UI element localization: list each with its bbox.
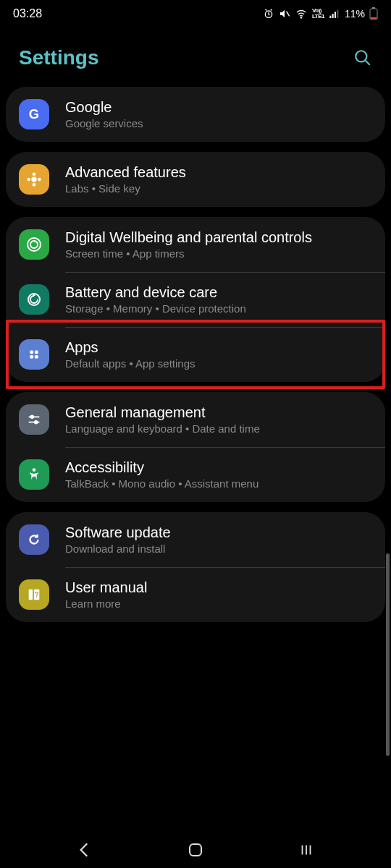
settings-item-advanced[interactable]: Advanced features Labs • Side key [6,152,385,207]
settings-item-software-update[interactable]: Software update Download and install [6,512,385,567]
svg-rect-33 [190,844,201,856]
status-time: 03:28 [13,7,42,20]
item-subtitle: Google services [65,117,143,129]
svg-text:G: G [29,106,39,122]
page-title: Settings [19,46,98,69]
settings-item-battery[interactable]: Battery and device care Storage • Memory… [6,272,385,327]
wifi-icon [295,8,308,20]
search-button[interactable] [353,48,372,67]
svg-point-23 [30,355,33,359]
update-icon [19,524,49,555]
settings-item-user-manual[interactable]: ? User manual Learn more [6,567,385,622]
svg-rect-3 [329,16,331,18]
item-subtitle: TalkBack • Mono audio • Assistant menu [65,477,258,490]
svg-point-10 [356,51,366,61]
svg-rect-5 [335,12,336,18]
settings-group: General management Language and keyboard… [6,392,385,502]
item-subtitle: Screen time • App timers [65,247,312,260]
nav-recents-button[interactable] [270,842,342,858]
settings-item-accessibility[interactable]: Accessibility TalkBack • Mono audio • As… [6,447,385,502]
settings-list: G Google Google services Advanced featur… [0,87,391,622]
status-icons: Vo))LTE1 11% [263,7,378,20]
settings-item-google[interactable]: G Google Google services [6,87,385,142]
svg-point-2 [300,17,301,18]
item-title: General management [65,404,260,421]
item-title: Software update [65,524,171,541]
item-subtitle: Storage • Memory • Device protection [65,302,246,315]
item-title: Digital Wellbeing and parental controls [65,229,312,246]
svg-point-17 [38,178,41,182]
svg-point-16 [27,178,30,182]
settings-group: Digital Wellbeing and parental controls … [6,217,385,382]
item-subtitle: Learn more [65,597,147,610]
settings-item-apps[interactable]: Apps Default apps • App settings [6,327,385,382]
item-subtitle: Labs • Side key [65,182,186,195]
svg-point-13 [31,176,36,182]
svg-point-21 [30,350,33,354]
item-title: Google [65,99,143,116]
accessibility-icon [19,459,49,490]
svg-line-1 [287,12,290,17]
settings-item-general[interactable]: General management Language and keyboard… [6,392,385,447]
sliders-icon [19,404,49,435]
item-title: Apps [65,339,196,356]
item-subtitle: Download and install [65,542,171,555]
svg-rect-30 [29,590,33,600]
item-title: Accessibility [65,459,258,476]
status-bar: 03:28 Vo))LTE1 11% [0,0,391,25]
item-title: Advanced features [65,164,186,181]
svg-point-19 [30,241,38,248]
battery-icon [369,7,378,20]
item-title: Battery and device care [65,284,246,301]
item-subtitle: Default apps • App settings [65,357,196,370]
svg-rect-8 [372,7,375,9]
google-icon: G [19,99,49,129]
item-subtitle: Language and keyboard • Date and time [65,422,260,435]
settings-item-wellbeing[interactable]: Digital Wellbeing and parental controls … [6,217,385,272]
svg-point-29 [33,468,36,472]
svg-rect-6 [337,10,338,18]
svg-point-26 [30,416,33,419]
nav-home-button[interactable] [159,841,232,859]
svg-point-15 [33,183,36,187]
item-title: User manual [65,579,147,596]
apps-icon [19,339,49,370]
manual-icon: ? [19,579,49,610]
svg-text:?: ? [35,591,39,599]
svg-point-22 [35,350,38,354]
scrollbar[interactable] [386,553,390,756]
mute-icon [279,8,290,20]
advanced-features-icon [19,164,49,195]
alarm-icon [263,8,274,20]
svg-point-18 [28,238,41,251]
svg-point-28 [35,421,38,424]
settings-group: Software update Download and install ? U… [6,512,385,622]
svg-point-24 [35,355,38,359]
svg-rect-4 [332,14,334,18]
settings-group: G Google Google services [6,87,385,142]
nav-back-button[interactable] [49,841,121,859]
signal-icon [329,8,340,20]
wellbeing-icon [19,229,49,260]
volte-icon: Vo))LTE1 [312,8,324,20]
settings-group: Advanced features Labs • Side key [6,152,385,207]
battery-percent: 11% [345,8,365,20]
svg-point-14 [33,172,36,176]
svg-line-11 [365,60,370,65]
svg-rect-9 [371,17,377,19]
navigation-bar [0,832,391,868]
page-header: Settings [0,25,391,87]
battery-care-icon [19,284,49,315]
